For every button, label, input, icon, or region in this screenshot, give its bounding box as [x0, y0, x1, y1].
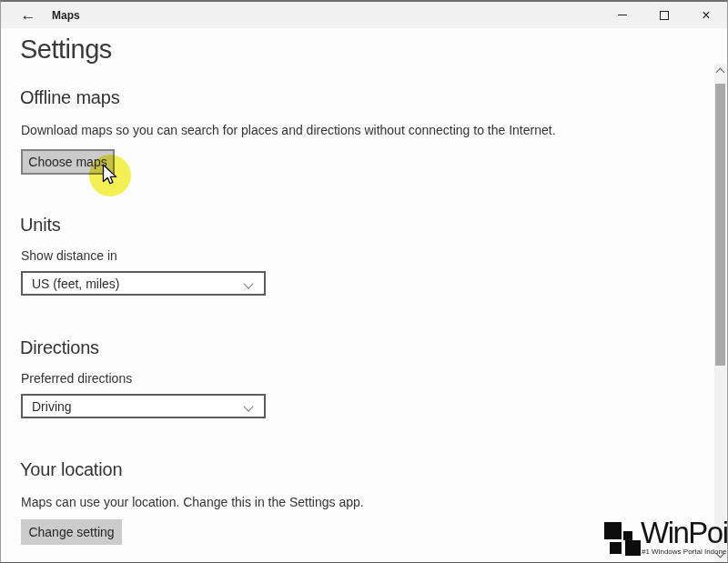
close-icon: ×: [702, 8, 710, 23]
window-controls: ×: [602, 2, 727, 28]
preferred-directions-dropdown[interactable]: Driving: [21, 394, 266, 418]
winpoin-watermark: WinPoin #1 Windows Portal Indonesia: [602, 519, 728, 563]
vertical-scrollbar[interactable]: [714, 64, 726, 563]
watermark-tagline: #1 Windows Portal Indonesia: [642, 548, 728, 556]
title-bar: ← Maps ×: [1, 2, 727, 28]
offline-maps-description: Download maps so you can search for plac…: [21, 123, 556, 137]
scroll-up-icon[interactable]: [716, 68, 725, 77]
window-title: Maps: [52, 2, 80, 28]
maximize-button[interactable]: [643, 2, 685, 28]
watermark-brand: WinPoin: [641, 516, 728, 550]
your-location-description: Maps can use your location. Change this …: [21, 495, 364, 509]
your-location-heading: Your location: [20, 459, 122, 480]
change-setting-button[interactable]: Change setting: [21, 519, 122, 545]
units-heading: Units: [20, 215, 61, 236]
page-title: Settings: [20, 35, 112, 65]
winpoin-logo-icon: [623, 531, 632, 540]
choose-maps-button[interactable]: Choose maps: [21, 149, 115, 175]
maximize-icon: [660, 11, 669, 20]
units-label: Show distance in: [21, 248, 117, 263]
close-button[interactable]: ×: [685, 2, 727, 28]
offline-maps-heading: Offline maps: [20, 87, 120, 108]
maps-app-window: ← Maps × Settings Offline maps Download …: [0, 0, 728, 563]
distance-units-value: US (feet, miles): [32, 276, 119, 291]
preferred-directions-value: Driving: [32, 399, 72, 414]
chevron-down-icon: [243, 401, 253, 411]
winpoin-logo-icon: [625, 540, 641, 556]
winpoin-logo-icon: [604, 522, 622, 539]
directions-label: Preferred directions: [21, 371, 132, 386]
minimize-icon: [618, 15, 627, 15]
scrollbar-thumb[interactable]: [715, 84, 725, 366]
chevron-down-icon: [243, 278, 253, 288]
winpoin-logo-icon: [610, 542, 622, 554]
distance-units-dropdown[interactable]: US (feet, miles): [21, 271, 266, 296]
settings-page: Settings Offline maps Download maps so y…: [1, 28, 727, 562]
back-button[interactable]: ←: [10, 2, 46, 28]
minimize-button[interactable]: [602, 2, 643, 28]
directions-heading: Directions: [20, 337, 99, 358]
back-arrow-icon: ←: [21, 6, 36, 25]
